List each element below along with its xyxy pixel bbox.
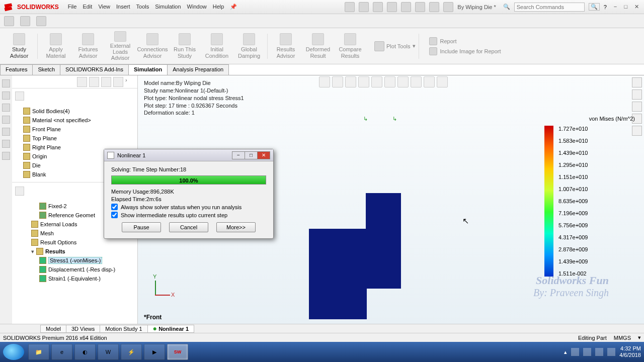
- dialog-minimize-icon[interactable]: −: [232, 151, 245, 159]
- display-style-icon[interactable]: [384, 76, 395, 87]
- rail-icon[interactable]: [2, 128, 10, 136]
- tab-nonlinear-1[interactable]: ● Nonlinear 1: [147, 325, 194, 333]
- taskbar-app-icon[interactable]: ⚡: [121, 344, 142, 360]
- tree-item-stress[interactable]: Stress1 (-vonMises-): [13, 256, 136, 265]
- search-commands-input[interactable]: [514, 3, 585, 12]
- report-button[interactable]: Report: [429, 37, 501, 45]
- start-button[interactable]: [3, 344, 24, 360]
- view-orientation-icon[interactable]: [371, 76, 382, 87]
- menu-help[interactable]: Help: [213, 4, 224, 10]
- tree-item[interactable]: Solid Bodies(4): [13, 107, 136, 116]
- initial-condition-button[interactable]: Initial Condition: [202, 31, 232, 61]
- tree-nav-icon[interactable]: [113, 77, 123, 87]
- global-damping-button[interactable]: Global Damping: [234, 31, 264, 61]
- tab-features[interactable]: Features: [0, 64, 33, 75]
- taskbar-explorer-icon[interactable]: 📁: [28, 344, 49, 360]
- help-icon[interactable]: ?: [604, 4, 607, 10]
- taskbar-ie-icon[interactable]: e: [51, 344, 72, 360]
- menu-file[interactable]: File: [68, 4, 77, 10]
- tab-motion-study[interactable]: Motion Study 1: [100, 325, 147, 333]
- tree-expand-icon[interactable]: ›: [125, 77, 135, 87]
- study-advisor-button[interactable]: Study Advisor: [4, 31, 34, 61]
- connections-advisor-button[interactable]: Connections Advisor: [137, 31, 168, 61]
- plot-tools-dropdown[interactable]: Plot Tools ▾: [374, 41, 416, 51]
- hide-show-icon[interactable]: [397, 76, 409, 87]
- window-minimize-icon[interactable]: −: [611, 4, 620, 10]
- new-doc-icon[interactable]: [345, 2, 355, 12]
- options-icon[interactable]: [443, 2, 453, 12]
- save-icon[interactable]: [373, 2, 383, 12]
- rail-icon[interactable]: [2, 79, 10, 87]
- screenshot-icon[interactable]: [4, 16, 14, 26]
- undo-icon[interactable]: [401, 2, 411, 12]
- filter-icon[interactable]: [15, 187, 24, 196]
- open-doc-icon[interactable]: [359, 2, 369, 12]
- menu-view[interactable]: View: [98, 4, 110, 10]
- prev-view-icon[interactable]: [345, 76, 356, 87]
- deformed-result-button[interactable]: Deformed Result: [303, 31, 333, 61]
- status-units[interactable]: MMGS: [614, 335, 631, 341]
- tree-item-displacement[interactable]: Displacement1 (-Res disp-): [13, 265, 136, 274]
- run-study-button[interactable]: Run This Study: [170, 31, 200, 61]
- tray-volume-icon[interactable]: [607, 348, 615, 356]
- rebuild-icon[interactable]: [429, 2, 439, 12]
- select-icon[interactable]: [415, 2, 425, 12]
- tree-item[interactable]: Top Plane: [13, 134, 136, 143]
- tree-item-strain[interactable]: Strain1 (-Equivalent-): [13, 274, 136, 283]
- status-dropdown-icon[interactable]: ▾: [638, 334, 641, 341]
- tab-addins[interactable]: SOLIDWORKS Add-Ins: [60, 64, 129, 75]
- rail-icon[interactable]: [2, 92, 10, 100]
- tree-nav-icon[interactable]: [101, 77, 111, 87]
- tray-network-icon[interactable]: [595, 348, 603, 356]
- tab-analysis-prep[interactable]: Analysis Preparation: [167, 64, 229, 75]
- appearances-icon[interactable]: [424, 76, 435, 87]
- tray-clock[interactable]: 4:32 PM4/6/2018: [619, 345, 641, 358]
- tray-icon[interactable]: [571, 348, 579, 356]
- menu-tools[interactable]: Tools: [136, 4, 149, 10]
- external-loads-advisor-button[interactable]: External Loads Advisor: [105, 31, 135, 61]
- cancel-button[interactable]: Cancel: [169, 222, 208, 232]
- dialog-close-icon[interactable]: ✕: [257, 151, 270, 159]
- taskpane-icon[interactable]: [632, 102, 642, 112]
- menu-window[interactable]: Window: [187, 4, 207, 10]
- section-icon[interactable]: [358, 76, 369, 87]
- rail-icon[interactable]: [2, 140, 10, 148]
- taskpane-icon[interactable]: [632, 77, 642, 87]
- zoom-icon[interactable]: [319, 76, 330, 87]
- rail-icon[interactable]: [2, 152, 10, 160]
- taskbar-word-icon[interactable]: W: [98, 344, 119, 360]
- tray-up-icon[interactable]: ▴: [564, 349, 567, 355]
- tab-3d-views[interactable]: 3D Views: [66, 325, 100, 333]
- dialog-titlebar[interactable]: Nonlinear 1 − □ ✕: [104, 149, 273, 161]
- taskpane-icon[interactable]: [632, 89, 642, 100]
- scene-icon[interactable]: [411, 76, 422, 87]
- pause-button[interactable]: Pause: [122, 222, 161, 232]
- tray-icon[interactable]: [583, 348, 591, 356]
- fixtures-advisor-button[interactable]: Fixtures Advisor: [73, 31, 103, 61]
- menu-insert[interactable]: Insert: [116, 4, 130, 10]
- zoom-area-icon[interactable]: [332, 76, 343, 87]
- taskbar-chrome-icon[interactable]: ◐: [74, 344, 96, 360]
- results-advisor-button[interactable]: Results Advisor: [271, 31, 301, 61]
- record-icon[interactable]: [36, 16, 46, 26]
- tree-item-results[interactable]: ▾Results: [13, 247, 136, 256]
- menu-edit[interactable]: Edit: [83, 4, 92, 10]
- tree-item[interactable]: Front Plane: [13, 125, 136, 134]
- checkbox-input[interactable]: [111, 212, 118, 218]
- more-button[interactable]: More>>: [216, 222, 256, 232]
- tab-sketch[interactable]: Sketch: [32, 64, 60, 75]
- tree-item[interactable]: Material <not specified>: [13, 116, 136, 125]
- tree-nav-icon[interactable]: [89, 77, 99, 87]
- dialog-maximize-icon[interactable]: □: [245, 151, 258, 159]
- menu-simulation[interactable]: Simulation: [155, 4, 181, 10]
- window-maximize-icon[interactable]: □: [621, 4, 630, 10]
- window-close-icon[interactable]: ✕: [632, 4, 641, 10]
- taskbar-media-icon[interactable]: ▶: [144, 344, 165, 360]
- compare-results-button[interactable]: Compare Results: [335, 31, 365, 61]
- print-icon[interactable]: [387, 2, 397, 12]
- pin-icon[interactable]: 📌: [230, 4, 237, 10]
- view-settings-icon[interactable]: [437, 76, 448, 87]
- tree-nav-icon[interactable]: [77, 77, 87, 87]
- capture-icon[interactable]: [20, 16, 30, 26]
- rail-icon[interactable]: [2, 116, 10, 124]
